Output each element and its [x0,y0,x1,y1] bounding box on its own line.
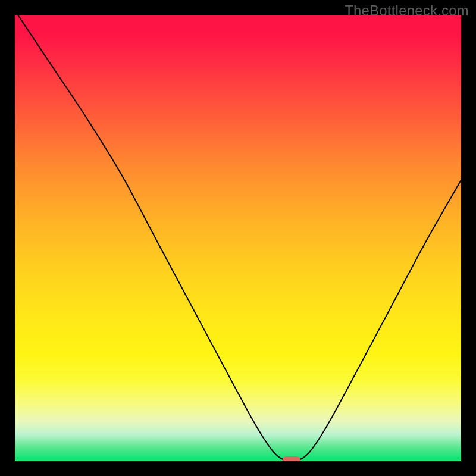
chart-frame: TheBottleneck.com [0,0,476,476]
optimum-marker [283,456,300,461]
watermark-text: TheBottleneck.com [345,2,469,19]
plot-area [15,15,461,461]
bottleneck-curve [15,15,461,461]
curve-layer [15,15,461,461]
